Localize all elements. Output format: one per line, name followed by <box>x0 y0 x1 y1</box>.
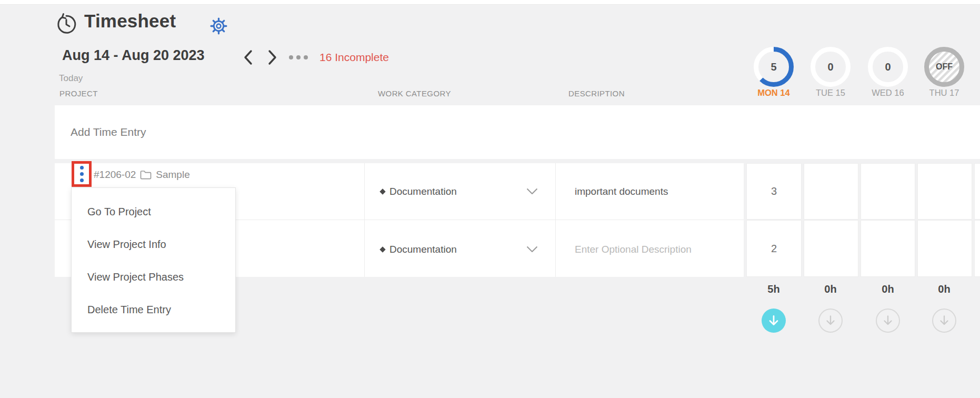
hours-cell-wed-row1[interactable] <box>861 163 915 220</box>
page-title: Timesheet <box>84 11 176 32</box>
add-time-entry-label: Add Time Entry <box>71 105 146 159</box>
next-week-icon[interactable] <box>265 49 279 65</box>
column-divider-description <box>555 163 556 277</box>
total-hours-tue: 0h <box>802 283 859 295</box>
more-options-icon[interactable] <box>289 55 308 59</box>
day-off-label: OFF <box>924 47 964 87</box>
down-arrow-icon <box>881 314 895 327</box>
day-hours-wed: 0 <box>868 47 908 87</box>
hours-cell-mon-row2[interactable]: 2 <box>746 220 802 277</box>
project-number: #1206-02 <box>94 169 136 181</box>
work-category-select-row2[interactable]: Documentation <box>381 243 457 256</box>
column-divider-category <box>364 163 365 277</box>
description-field-row2[interactable]: Enter Optional Description <box>575 243 692 256</box>
project-name: Sample <box>156 169 189 181</box>
total-hours-wed: 0h <box>859 283 917 295</box>
submit-day-button-wed[interactable] <box>876 309 900 333</box>
chevron-down-icon-row1[interactable] <box>526 188 538 195</box>
submit-day-button-mon[interactable] <box>762 309 786 333</box>
day-label-thu[interactable]: THU 17 <box>915 88 973 98</box>
work-category-value-row1: Documentation <box>389 186 457 197</box>
hours-cell-mon-row1[interactable]: 3 <box>746 163 802 220</box>
row-actions-kebab-button-highlighted[interactable] <box>72 161 92 187</box>
down-arrow-icon <box>937 314 951 327</box>
day-label-tue[interactable]: TUE 15 <box>802 88 859 98</box>
timesheet-page: Timesheet Aug 14 - Aug 20 2023 16 Incomp… <box>0 0 980 398</box>
description-field-row1[interactable]: important documents <box>575 185 668 198</box>
day-label-mon[interactable]: MON 14 <box>745 88 803 98</box>
menu-item-view-project-phases[interactable]: View Project Phases <box>72 261 235 293</box>
hours-cell-thu-row1[interactable] <box>917 163 972 220</box>
project-cell[interactable]: #1206-02 Sample <box>94 168 190 181</box>
folder-icon <box>140 170 152 180</box>
column-header-project: PROJECT <box>59 89 98 98</box>
add-time-entry-row[interactable]: Add Time Entry <box>55 105 980 159</box>
week-date-range[interactable]: Aug 14 - Aug 20 2023 <box>62 47 205 64</box>
incomplete-badge[interactable]: 16 Incomplete <box>319 51 389 64</box>
total-hours-thu: 0h <box>915 283 973 295</box>
hours-cell-tue-row2[interactable] <box>804 220 858 277</box>
top-divider <box>0 0 980 5</box>
column-header-description: DESCRIPTION <box>568 89 625 98</box>
menu-item-delete-time-entry[interactable]: Delete Time Entry <box>72 293 235 326</box>
hours-cell-tue-row1[interactable] <box>804 163 858 220</box>
work-category-select-row1[interactable]: Documentation <box>381 185 457 198</box>
day-progress-thu-off: OFF <box>924 47 964 87</box>
menu-item-go-to-project[interactable]: Go To Project <box>72 195 235 228</box>
menu-item-view-project-info[interactable]: View Project Info <box>72 228 235 261</box>
day-hours-mon: 5 <box>754 47 794 87</box>
diamond-bullet-icon <box>379 188 385 194</box>
hours-cell-partial-row2 <box>974 220 980 277</box>
work-category-value-row2: Documentation <box>389 244 457 255</box>
column-header-work-category: WORK CATEGORY <box>378 89 451 98</box>
previous-week-icon[interactable] <box>242 49 255 65</box>
diamond-bullet-icon <box>379 246 385 252</box>
hours-cell-thu-row2[interactable] <box>917 220 972 277</box>
day-hours-tue: 0 <box>811 47 851 87</box>
day-progress-mon: 5 <box>754 47 794 87</box>
submit-day-button-thu[interactable] <box>932 309 956 333</box>
project-context-menu: Go To Project View Project Info View Pro… <box>71 187 236 333</box>
day-progress-tue: 0 <box>811 47 851 87</box>
down-arrow-icon <box>824 314 837 327</box>
down-arrow-icon <box>767 314 781 327</box>
total-hours-mon: 5h <box>745 283 803 295</box>
hours-cell-wed-row2[interactable] <box>861 220 915 277</box>
day-progress-wed: 0 <box>868 47 908 87</box>
settings-gear-icon[interactable] <box>210 17 227 35</box>
timesheet-history-icon <box>53 13 77 36</box>
hours-cell-partial-row1 <box>974 163 980 220</box>
day-label-wed[interactable]: WED 16 <box>859 88 917 98</box>
today-link[interactable]: Today <box>59 73 83 84</box>
chevron-down-icon-row2[interactable] <box>526 246 538 253</box>
submit-day-button-tue[interactable] <box>818 309 843 333</box>
